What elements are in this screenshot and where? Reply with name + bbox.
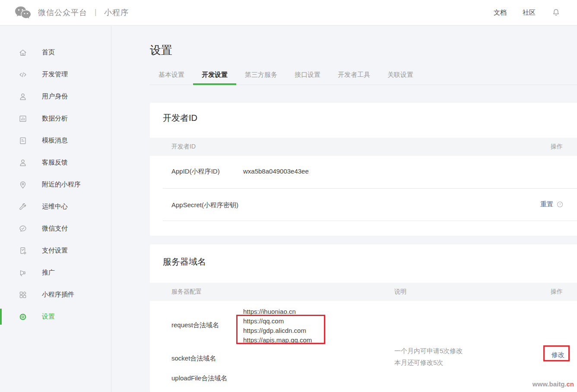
appid-label: AppID(小程序ID) — [171, 168, 220, 176]
note-line: 本月还可修改5次 — [394, 357, 463, 368]
brand-title: 微信公众平台 — [38, 7, 87, 18]
sidebar-item-label: 附近的小程序 — [42, 180, 81, 189]
settings-tabs: 基本设置 开发设置 第三方服务 接口设置 开发者工具 关联设置 — [150, 71, 577, 85]
domain-entry: https://qq.com — [243, 316, 312, 326]
column-header-action: 操作 — [551, 143, 563, 151]
svg-text:?: ? — [559, 202, 561, 206]
location-pin-icon — [18, 180, 28, 190]
active-indicator — [0, 309, 2, 325]
sidebar-item-pay-settings[interactable]: 支付设置 — [0, 240, 111, 262]
developer-id-section-title: 开发者ID — [163, 112, 197, 124]
megaphone-icon — [18, 268, 28, 278]
row-divider — [163, 221, 577, 221]
sidebar-item-label: 模板消息 — [42, 136, 68, 145]
sidebar-item-label: 运维中心 — [42, 202, 68, 211]
watermark-prefix: www.baitg. — [533, 380, 567, 388]
domain-entry: https://gdp.alicdn.com — [243, 326, 312, 335]
socket-domain-label: socket合法域名 — [171, 354, 216, 363]
sidebar-item-label: 用户身份 — [42, 92, 68, 101]
sidebar-item-user-identity[interactable]: 用户身份 — [0, 85, 111, 107]
bar-chart-icon — [18, 114, 28, 123]
column-header-server-config: 服务器配置 — [150, 288, 202, 296]
sidebar-item-template-message[interactable]: 模板消息 — [0, 130, 111, 152]
wrench-icon — [18, 202, 28, 212]
sidebar-item-ops-center[interactable]: 运维中心 — [0, 196, 111, 218]
nav-docs-link[interactable]: 文档 — [494, 9, 507, 17]
column-header-developer-id: 开发者ID — [150, 143, 196, 151]
reset-appsecret-button[interactable]: 重置 — [540, 200, 553, 209]
help-question-icon[interactable]: ? — [556, 201, 564, 208]
plugin-icon — [18, 290, 28, 300]
server-domain-section-title: 服务器域名 — [163, 256, 206, 268]
sidebar-item-label: 推广 — [42, 269, 55, 277]
tab-dev-settings[interactable]: 开发设置 — [193, 71, 236, 85]
sidebar-item-label: 首页 — [42, 48, 55, 57]
column-header-note: 说明 — [394, 288, 406, 296]
sidebar-item-label: 客服反馈 — [42, 158, 68, 167]
sidebar-item-customer-feedback[interactable]: 客服反馈 — [0, 152, 111, 174]
request-domain-label: request合法域名 — [171, 321, 219, 329]
request-domain-list: https://ihuoniao.cn https://qq.com https… — [243, 307, 312, 345]
row-divider — [163, 188, 577, 189]
sidebar-item-home[interactable]: 首页 — [0, 41, 111, 63]
sidebar-item-wechat-pay[interactable]: 微信支付 — [0, 218, 111, 240]
gear-icon — [18, 312, 28, 322]
watermark-suffix: cn — [566, 380, 574, 388]
sidebar-item-dev-management[interactable]: 开发管理 — [0, 63, 111, 85]
customer-service-icon — [18, 158, 28, 168]
sidebar-item-promotion[interactable]: 推广 — [0, 262, 111, 284]
brand-area[interactable]: 微信公众平台 丨 小程序 — [0, 6, 129, 19]
developer-id-card: 开发者ID 开发者ID 操作 AppID(小程序ID) wxa5b8a04900… — [150, 103, 577, 236]
domain-entry: https://apis.map.qq.com — [243, 335, 312, 345]
main-content: 设置 基本设置 开发设置 第三方服务 接口设置 开发者工具 关联设置 开发者ID… — [150, 26, 577, 392]
sidebar-item-plugins[interactable]: 小程序插件 — [0, 284, 111, 306]
domain-entry: https://ihuoniao.cn — [243, 307, 312, 316]
site-watermark: www.baitg.cn — [533, 380, 574, 388]
sidebar-nav: 首页 开发管理 用户身份 数据分析 模板消息 客服反馈 — [0, 26, 111, 392]
sidebar-item-label: 设置 — [42, 313, 55, 321]
sidebar-item-label: 数据分析 — [42, 114, 68, 123]
appid-value: wxa5b8a049003e43ee — [243, 168, 309, 175]
server-domain-table-header: 服务器配置 说明 操作 — [150, 283, 577, 301]
sidebar-item-label: 小程序插件 — [42, 291, 74, 299]
page-title: 设置 — [150, 43, 577, 57]
modify-domains-button[interactable]: 修改 — [552, 351, 564, 359]
tab-third-party[interactable]: 第三方服务 — [236, 71, 286, 85]
sidebar-item-label: 开发管理 — [42, 70, 68, 79]
note-line: 一个月内可申请5次修改 — [394, 345, 463, 357]
developer-id-table-header: 开发者ID 操作 — [150, 138, 577, 156]
modify-quota-note: 一个月内可申请5次修改 本月还可修改5次 — [394, 345, 463, 368]
wechat-logo-icon — [14, 6, 32, 19]
sidebar-item-settings[interactable]: 设置 — [0, 306, 111, 328]
user-icon — [18, 92, 28, 101]
sidebar-item-data-analysis[interactable]: 数据分析 — [0, 107, 111, 130]
sidebar-item-label: 微信支付 — [42, 224, 68, 233]
column-header-action: 操作 — [551, 288, 563, 296]
uploadfile-domain-label: uploadFile合法域名 — [171, 374, 227, 383]
payment-settings-icon — [18, 246, 28, 256]
brand-separator: 丨 — [92, 8, 99, 18]
tab-api-settings[interactable]: 接口设置 — [286, 71, 329, 85]
code-icon — [18, 70, 28, 79]
home-icon — [18, 48, 28, 57]
top-header: 微信公众平台 丨 小程序 文档 社区 — [0, 0, 577, 25]
notification-bell-icon[interactable] — [552, 8, 561, 17]
tab-basic-settings[interactable]: 基本设置 — [150, 71, 193, 85]
nav-community-link[interactable]: 社区 — [523, 9, 536, 17]
tab-dev-tools[interactable]: 开发者工具 — [329, 71, 379, 85]
sidebar-item-label: 支付设置 — [42, 247, 68, 255]
tab-linked-settings[interactable]: 关联设置 — [379, 71, 422, 85]
product-title: 小程序 — [104, 7, 129, 18]
template-message-icon — [18, 136, 28, 145]
sidebar-item-nearby-miniprogram[interactable]: 附近的小程序 — [0, 174, 111, 196]
server-domain-card: 服务器域名 服务器配置 说明 操作 request合法域名 https://ih… — [150, 244, 577, 392]
wechat-pay-icon — [18, 224, 28, 234]
appsecret-label: AppSecret(小程序密钥) — [171, 201, 238, 209]
